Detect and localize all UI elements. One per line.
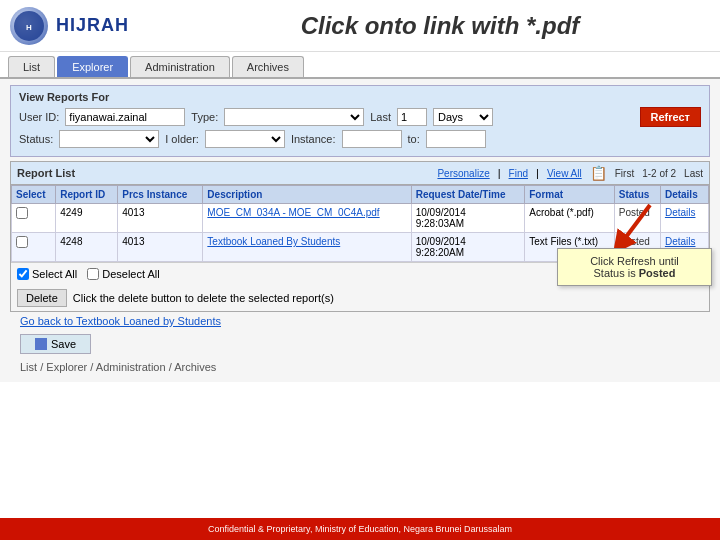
page-title: Click onto link with *.pdf (170, 12, 710, 40)
view-all-link[interactable]: View All (547, 168, 582, 179)
user-id-row: User ID: Type: Last Days Refrест (19, 107, 701, 127)
to-label: to: (408, 133, 420, 145)
row2-report-id: 4248 (56, 233, 118, 262)
last-label: Last (370, 111, 391, 123)
delete-note: Click the delete button to delete the se… (73, 292, 334, 304)
report-list-title: Report List (17, 167, 75, 179)
logo-icon: H (10, 7, 48, 45)
row2-prcs: 4013 (118, 233, 203, 262)
find-link[interactable]: Find (509, 168, 528, 179)
tooltip-posted: Posted (639, 267, 676, 279)
type-select[interactable] (224, 108, 364, 126)
deselect-all-checkbox[interactable] (87, 268, 99, 280)
separator2: | (536, 167, 539, 179)
instance-label: Instance: (291, 133, 336, 145)
bottom-nav-admin[interactable]: Administration (96, 361, 166, 373)
instance-from-input[interactable] (342, 130, 402, 148)
col-report-id: Report ID (56, 186, 118, 204)
report-list-header: Report List Personalize | Find | View Al… (11, 162, 709, 185)
bottom-nav-explorer[interactable]: Explorer (46, 361, 87, 373)
row1-prcs: 4013 (118, 204, 203, 233)
row1-details-link[interactable]: Details (665, 207, 696, 218)
col-select: Select (12, 186, 56, 204)
row1-checkbox[interactable] (16, 207, 28, 219)
row1-report-id: 4249 (56, 204, 118, 233)
footer: Confidential & Proprietary, Ministry of … (0, 518, 720, 540)
select-all-label[interactable]: Select All (17, 268, 77, 280)
delete-area: Delete Click the delete button to delete… (11, 285, 709, 311)
tooltip-line2: Status is (594, 267, 636, 279)
col-details: Details (660, 186, 708, 204)
select-all-checkbox[interactable] (17, 268, 29, 280)
status-label: Status: (19, 133, 53, 145)
last-value-input[interactable] (397, 108, 427, 126)
col-prcs: Prcs Instance (118, 186, 203, 204)
tab-list[interactable]: List (8, 56, 55, 77)
tooltip-line1: Click Refresh until (590, 255, 679, 267)
deselect-all-label[interactable]: Deselect All (87, 268, 159, 280)
svg-line-3 (620, 205, 650, 245)
days-select[interactable]: Days (433, 108, 493, 126)
row1-description: MOE_CM_034A - MOE_CM_0C4A.pdf (203, 204, 411, 233)
tab-archives[interactable]: Archives (232, 56, 304, 77)
logo-area: H HIJRAH (10, 7, 170, 45)
delete-button[interactable]: Delete (17, 289, 67, 307)
tab-administration[interactable]: Administration (130, 56, 230, 77)
status-select[interactable] (59, 130, 159, 148)
bottom-nav-archives[interactable]: Archives (174, 361, 216, 373)
row1-select (12, 204, 56, 233)
col-description: Description (203, 186, 411, 204)
instance-to-input[interactable] (426, 130, 486, 148)
pagination-last: Last (684, 168, 703, 179)
type-label: Type: (191, 111, 218, 123)
pagination-count: 1-2 of 2 (642, 168, 676, 179)
row1-details: Details (660, 204, 708, 233)
row1-description-link[interactable]: MOE_CM_034A - MOE_CM_0C4A.pdf (207, 207, 379, 218)
row2-description: Textbook Loaned By Students (203, 233, 411, 262)
folder-label: I older: (165, 133, 199, 145)
logo-text: HIJRAH (56, 15, 129, 36)
bottom-nav-list[interactable]: List (20, 361, 37, 373)
view-all-icon: 📋 (590, 165, 607, 181)
save-icon (35, 338, 47, 350)
row2-details-link[interactable]: Details (665, 236, 696, 247)
row2-checkbox[interactable] (16, 236, 28, 248)
view-reports-title: View Reports For (19, 91, 701, 103)
save-button[interactable]: Save (20, 334, 91, 354)
row1-date: 10/09/2014 9:28:03AM (411, 204, 525, 233)
navbar: List Explorer Administration Archives (0, 52, 720, 79)
personalize-link[interactable]: Personalize (437, 168, 489, 179)
view-reports-for-section: View Reports For User ID: Type: Last Day… (10, 85, 710, 157)
back-link[interactable]: Go back to Textbook Loaned by Students (10, 312, 710, 330)
svg-text:H: H (26, 23, 32, 32)
tooltip-box: Click Refresh until Status is Posted (557, 248, 712, 286)
row2-select (12, 233, 56, 262)
save-area: Save (10, 330, 710, 358)
status-row: Status: I older: Instance: to: (19, 130, 701, 148)
user-id-input[interactable] (65, 108, 185, 126)
folder-select[interactable] (205, 130, 285, 148)
row2-date: 10/09/2014 9:28:20AM (411, 233, 525, 262)
header: H HIJRAH Click onto link with *.pdf (0, 0, 720, 52)
col-request-date: Request Date/Time (411, 186, 525, 204)
pagination-first: First (615, 168, 634, 179)
tab-explorer[interactable]: Explorer (57, 56, 128, 77)
row2-description-link[interactable]: Textbook Loaned By Students (207, 236, 340, 247)
footer-text: Confidential & Proprietary, Ministry of … (208, 524, 512, 534)
user-id-label: User ID: (19, 111, 59, 123)
refresh-button[interactable]: Refrест (640, 107, 701, 127)
bottom-nav: List / Explorer / Administration / Archi… (10, 358, 710, 376)
separator1: | (498, 167, 501, 179)
